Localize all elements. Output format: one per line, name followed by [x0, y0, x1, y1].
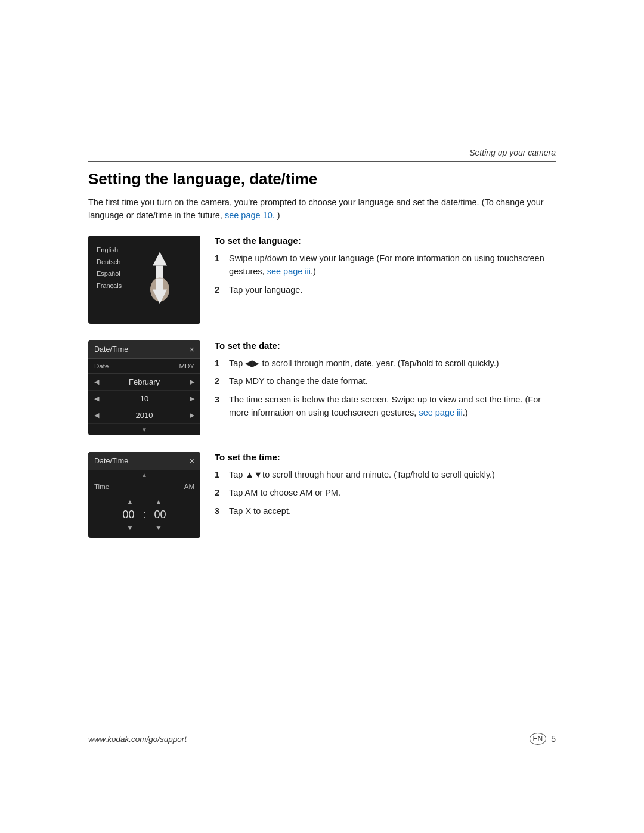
dt-month-left[interactable] [94, 378, 99, 386]
intro-link[interactable]: see page 10. [225, 210, 275, 220]
header-section: Setting up your camera [469, 148, 556, 157]
dt-day-value: 10 [140, 394, 148, 403]
time-subheader: Time AM [88, 479, 200, 494]
en-badge: EN [530, 733, 547, 745]
language-heading: To set the language: [215, 236, 556, 246]
language-screen-image: English Deutsch Español Français [88, 236, 200, 324]
dt-format-label[interactable]: MDY [179, 363, 194, 370]
dt-header: Date/Time × [88, 340, 200, 359]
time-scroll-up [88, 470, 200, 479]
intro-text-start: The first time you turn on the camera, y… [88, 197, 544, 220]
time-digits: 00 : 00 [94, 509, 194, 521]
footer: www.kodak.com/go/support EN 5 [88, 733, 556, 745]
lang-step-1: 1 Swipe up/down to view your language (F… [215, 252, 556, 278]
date-step-3-text: The time screen is below the date screen… [229, 393, 556, 420]
time-step-2-num: 2 [215, 486, 224, 499]
time-screen-title: Date/Time [94, 457, 128, 465]
language-list: English Deutsch Español Français [97, 246, 122, 289]
date-step-1-text: Tap ◀▶ to scroll through month, date, ye… [229, 357, 556, 370]
time-step-1-num: 1 [215, 468, 224, 481]
dt-scroll-down-icon [141, 426, 147, 433]
dt-month-value: February [129, 377, 160, 386]
lang-espanol: Español [97, 270, 122, 277]
time-label: Time [94, 483, 109, 490]
section-title: Setting the language, date/time [88, 170, 556, 188]
time-block: Date/Time × Time AM [88, 452, 556, 538]
date-step-3: 3 The time screen is below the date scre… [215, 393, 556, 420]
language-steps: 1 Swipe up/down to view your language (F… [215, 252, 556, 296]
svg-marker-0 [153, 252, 167, 265]
lang-step-1-link[interactable]: see page iii [267, 267, 311, 276]
dt-year-right[interactable] [190, 411, 194, 419]
time-minute-value: 00 [151, 509, 170, 521]
lang-step-1-text: Swipe up/down to view your language (For… [229, 252, 556, 278]
time-step-3-text: Tap X to accept. [229, 504, 556, 518]
page-number: 5 [551, 734, 556, 744]
language-instructions: To set the language: 1 Swipe up/down to … [215, 236, 556, 301]
lang-step-2-num: 2 [215, 283, 224, 296]
time-up-arrows [94, 498, 194, 506]
date-step-1: 1 Tap ◀▶ to scroll through month, date, … [215, 357, 556, 370]
page-num-badge: EN 5 [530, 733, 556, 745]
date-step-2: 2 Tap MDY to change the date format. [215, 374, 556, 388]
date-step-3-link[interactable]: see page iii [419, 408, 462, 417]
intro-text-end: ) [277, 210, 280, 220]
date-step-2-text: Tap MDY to change the date format. [229, 374, 556, 388]
dt-year-left[interactable] [94, 411, 99, 419]
page-container: Setting up your camera Setting the langu… [0, 0, 644, 833]
date-camera-screen: Date/Time × Date MDY February 10 [88, 340, 200, 435]
dt-year-value: 2010 [136, 411, 153, 420]
hand-arrow-illustration [142, 249, 178, 310]
time-scroll-up-icon [141, 472, 147, 478]
svg-rect-1 [156, 265, 163, 278]
time-steps: 1 Tap ▲▼to scroll through hour and minut… [215, 468, 556, 518]
header-title: Setting up your camera [469, 148, 556, 157]
time-ampm-label[interactable]: AM [184, 483, 194, 490]
dt-scroll-down [88, 424, 200, 435]
dt-title: Date/Time [94, 345, 128, 354]
date-steps: 1 Tap ◀▶ to scroll through month, date, … [215, 357, 556, 420]
date-block: Date/Time × Date MDY February 10 [88, 340, 556, 435]
time-minute-down[interactable] [155, 524, 162, 532]
lang-step-1-num: 1 [215, 252, 224, 278]
date-heading: To set the date: [215, 340, 556, 351]
dt-date-label: Date [94, 363, 109, 370]
time-colon: : [143, 509, 145, 521]
time-header: Date/Time × [88, 452, 200, 470]
lang-english: English [97, 246, 122, 253]
intro-paragraph: The first time you turn on the camera, y… [88, 196, 556, 222]
date-instructions: To set the date: 1 Tap ◀▶ to scroll thro… [215, 340, 556, 425]
footer-url: www.kodak.com/go/support [88, 735, 187, 744]
dt-close-button[interactable]: × [190, 345, 194, 354]
time-step-3: 3 Tap X to accept. [215, 504, 556, 518]
time-down-arrows [94, 524, 194, 532]
dt-day-left[interactable] [94, 395, 99, 402]
dt-month-row: February [88, 374, 200, 391]
lang-step-2-text: Tap your language. [229, 283, 556, 296]
language-camera-screen: English Deutsch Español Français [88, 236, 200, 324]
time-step-1-text: Tap ▲▼to scroll through hour and minute.… [229, 468, 556, 481]
dt-month-right[interactable] [190, 378, 194, 386]
time-step-3-num: 3 [215, 504, 224, 518]
date-step-1-num: 1 [215, 357, 224, 370]
header-rule [88, 161, 556, 162]
time-hour-up[interactable] [126, 498, 134, 506]
time-camera-screen: Date/Time × Time AM [88, 452, 200, 538]
time-close-button[interactable]: × [190, 456, 194, 466]
time-screen-image: Date/Time × Time AM [88, 452, 200, 538]
time-hour-down[interactable] [126, 524, 134, 532]
time-heading: To set the time: [215, 452, 556, 462]
time-instructions: To set the time: 1 Tap ▲▼to scroll throu… [215, 452, 556, 522]
time-step-2-text: Tap AM to choose AM or PM. [229, 486, 556, 499]
date-step-3-num: 3 [215, 393, 224, 420]
language-block: English Deutsch Español Français [88, 236, 556, 324]
time-step-1: 1 Tap ▲▼to scroll through hour and minut… [215, 468, 556, 481]
date-step-2-num: 2 [215, 374, 224, 388]
lang-step-2: 2 Tap your language. [215, 283, 556, 296]
lang-deutsch: Deutsch [97, 258, 122, 265]
dt-subheader: Date MDY [88, 359, 200, 374]
date-screen-image: Date/Time × Date MDY February 10 [88, 340, 200, 435]
time-minute-up[interactable] [155, 498, 162, 506]
dt-day-right[interactable] [190, 395, 194, 402]
time-hour-value: 00 [119, 509, 138, 521]
